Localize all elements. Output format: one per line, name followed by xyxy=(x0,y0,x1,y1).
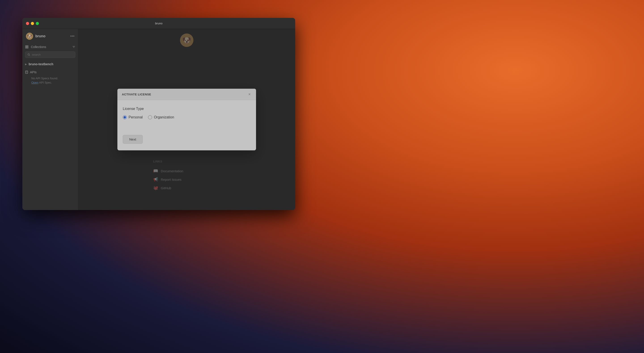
window-title: bruno xyxy=(155,22,162,25)
app-content: 🐶 bruno ••• Collections xyxy=(22,29,295,210)
apis-open-link: Open API Spec. xyxy=(25,81,75,86)
close-button[interactable] xyxy=(26,22,29,25)
collection-item-bruno-testbench[interactable]: ▶ bruno-testbench xyxy=(22,60,78,68)
sidebar-brand: 🐶 bruno xyxy=(26,33,46,40)
collection-name: bruno-testbench xyxy=(28,62,53,66)
apis-label: APIs xyxy=(30,70,37,74)
apis-icon xyxy=(25,71,28,74)
svg-rect-3 xyxy=(27,47,28,48)
apis-open-suffix: API Spec. xyxy=(38,81,52,84)
maximize-button[interactable] xyxy=(36,22,39,25)
sort-icon[interactable] xyxy=(72,45,75,48)
brand-logo-emoji: 🐶 xyxy=(27,34,32,39)
radio-organization[interactable] xyxy=(148,115,152,119)
collections-label-group: Collections xyxy=(25,45,46,49)
collections-icon xyxy=(25,45,28,49)
chevron-right-icon: ▶ xyxy=(25,63,27,65)
svg-point-4 xyxy=(28,54,29,55)
svg-rect-2 xyxy=(26,47,26,48)
modal-close-button[interactable]: × xyxy=(247,92,252,96)
modal-header: ACTIVATE LICENSE × xyxy=(118,89,256,100)
radio-organization-label: Organization xyxy=(154,115,174,119)
sidebar-collections-header: Collections xyxy=(22,43,78,50)
main-content: 🐶 LINKS 📖 Documentation 📢 Report Issues … xyxy=(78,29,295,210)
svg-rect-0 xyxy=(26,45,26,47)
title-bar: bruno xyxy=(22,18,295,29)
app-window: bruno 🐶 bruno ••• xyxy=(22,18,295,210)
apis-header: APIs xyxy=(25,69,75,75)
sidebar: 🐶 bruno ••• Collections xyxy=(22,29,78,210)
modal-footer: Next xyxy=(118,135,256,150)
modal-overlay: ACTIVATE LICENSE × License Type Personal xyxy=(78,29,295,210)
activate-license-modal: ACTIVATE LICENSE × License Type Personal xyxy=(118,89,256,150)
modal-body: License Type Personal Organization xyxy=(118,100,256,135)
search-bar[interactable] xyxy=(25,51,75,58)
apis-section: APIs No API Specs found. Open API Spec. xyxy=(22,68,78,88)
open-api-spec-link[interactable]: Open xyxy=(31,81,38,84)
brand-name: bruno xyxy=(35,34,46,38)
svg-rect-1 xyxy=(27,45,28,47)
brand-logo: 🐶 xyxy=(26,33,33,40)
minimize-button[interactable] xyxy=(31,22,34,25)
next-button[interactable]: Next xyxy=(123,135,143,144)
radio-option-personal[interactable]: Personal xyxy=(123,115,143,119)
radio-personal-label: Personal xyxy=(128,115,143,119)
radio-option-organization[interactable]: Organization xyxy=(148,115,174,119)
search-icon xyxy=(28,53,30,56)
search-input[interactable] xyxy=(32,53,73,56)
traffic-lights xyxy=(26,22,39,25)
license-type-radio-group: Personal Organization xyxy=(123,115,251,119)
radio-personal[interactable] xyxy=(123,115,127,119)
modal-title: ACTIVATE LICENSE xyxy=(122,93,151,96)
sidebar-header: 🐶 bruno ••• xyxy=(22,29,78,43)
collections-label: Collections xyxy=(31,45,46,49)
sidebar-menu-dots[interactable]: ••• xyxy=(70,34,74,39)
apis-empty-text: No API Specs found. xyxy=(25,75,75,81)
license-type-label: License Type xyxy=(123,107,251,111)
